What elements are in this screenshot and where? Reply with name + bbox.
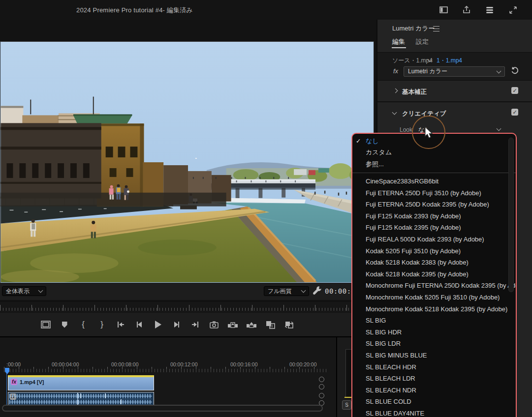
look-dropdown-menu: ✓ なし ✓ カスタム ✓ 参照... ✓ CineSpace2383sRGB6… [351,133,517,417]
look-menu-item[interactable]: ✓ SL BLUE COLD [352,396,516,408]
playhead-line [6,374,7,405]
video-frame-scene [0,42,374,282]
look-menu-item[interactable]: ✓ SL BIG LDR [352,338,516,350]
chevron-down-icon [38,288,43,293]
premiere-pro-window: 2024 Premiere Pro tutorial #4- 編集済み [0,0,532,417]
look-menu-item[interactable]: ✓ Kodak 5218 Kodak 2395 (by Adobe) [352,268,516,280]
source-label: ソース・1.mp4 [392,57,433,65]
monitor-control-bar: 全体表示 フル画質 00:00:0 [0,283,376,300]
look-menu-item[interactable]: ✓ 参照... [352,158,516,170]
section-enabled-checkbox[interactable]: ✓ [511,109,518,116]
comparison-view-button[interactable] [263,317,278,332]
playback-quality-dropdown[interactable]: フル画質 [264,286,309,296]
look-menu-item[interactable]: ✓ Fuji REALA 500D Kodak 2393 (by Adobe) [352,234,516,245]
look-menu-item[interactable]: ✓ Fuji F125 Kodak 2395 (by Adobe) [352,222,516,234]
look-menu-item[interactable]: ✓ Monochrome Fuji ETERNA 250D Kodak 2395… [352,280,516,292]
step-back-button[interactable] [132,317,147,332]
playback-quality-value: フル画質 [268,287,292,296]
look-label: Look [400,126,412,133]
workspace-icon[interactable] [438,4,449,16]
section-divider [377,101,532,102]
look-menu-item[interactable]: ✓ Fuji F125 Kodak 2393 (by Adobe) [352,210,516,222]
chevron-down-icon [392,110,397,115]
look-menu-item[interactable]: ✓ Monochrome Kodak 5205 Fuji 3510 (by Ad… [352,292,516,303]
chevron-down-icon [497,68,501,73]
safe-margins-button[interactable] [38,317,53,332]
look-menu-item[interactable]: ✓ Fuji ETERNA 250D Fuji 3510 (by Adobe) [352,187,516,199]
section-basic-correction[interactable]: 基本補正 ✓ [377,83,532,102]
video-preview [0,41,374,283]
clip-effect-strip: ソース・1.mp4 1・1.mp4 fx Lumetri カラー [377,52,532,81]
clip-fx-badge[interactable]: fx [11,379,17,385]
timeline-panel: :00:00 00:00:04:00 00:00:08:00 00:00:12:… [0,336,336,417]
monitor-scrubber-ruler[interactable] [0,301,376,312]
share-icon[interactable] [461,4,472,16]
tab-edit[interactable]: 編集 [392,37,405,46]
extract-button[interactable] [244,317,259,332]
video-track-toggle[interactable] [319,384,324,389]
look-menu-item[interactable]: ✓ カスタム [352,147,516,159]
timeline-horizontal-scrollbar[interactable] [2,405,323,412]
export-frame-button[interactable] [207,317,221,332]
video-clip-name: 1.mp4 [V] [20,379,44,385]
look-menu-item[interactable]: ✓ SL BIG MINUS BLUE [352,350,516,361]
step-forward-button[interactable] [169,317,184,332]
panel-menu-icon[interactable] [433,26,439,31]
look-menu-item[interactable]: ✓ SL BLUE DAY4NITE [352,408,516,417]
fx-icon: fx [393,67,398,75]
look-menu-item[interactable]: ✓ SL BLEACH LDR [352,373,516,385]
audio-waveform-right [9,400,152,404]
mark-in-button[interactable]: { [76,317,91,332]
menu-divider [352,173,516,173]
look-menu-item[interactable]: ✓ SL BLEACH NDR [352,384,516,396]
audio-track-toggle[interactable] [319,393,324,398]
major-ticks [0,305,376,311]
lift-button[interactable] [225,317,240,332]
ruler-minor-ticks [4,369,329,372]
look-menu-item[interactable]: ✓ Fuji ETERNA 250D Kodak 2395 (by Adobe) [352,199,516,210]
look-menu-item[interactable]: ✓ Monochrome Kodak 5218 Kodak 2395 (by A… [352,303,516,315]
section-enabled-checkbox[interactable]: ✓ [511,87,518,94]
video-track-toggle[interactable] [319,377,324,382]
look-menu-item[interactable]: ✓ SL BIG [352,315,516,327]
waveform-peak [80,393,81,398]
chevron-right-icon [393,89,398,93]
effect-name: Lumetri カラー [408,67,447,76]
check-icon: ✓ [356,137,362,145]
mark-out-button[interactable]: } [94,317,109,332]
effect-selector-dropdown[interactable]: Lumetri カラー [404,66,505,77]
look-menu-item[interactable]: ✓ SL BIG HDR [352,327,516,338]
look-menu-item[interactable]: ✓ Kodak 5218 Kodak 2383 (by Adobe) [352,257,516,268]
go-to-out-button[interactable] [188,317,203,332]
monitor-settings-wrench-icon[interactable] [312,286,322,298]
chevron-down-icon[interactable] [497,126,501,131]
reset-effect-icon[interactable] [510,66,519,77]
zoom-level-dropdown[interactable]: 全体表示 [2,286,46,296]
video-clip[interactable]: fx 1.mp4 [V] [8,375,154,390]
solo-button[interactable]: S [342,400,351,410]
waveform-peak [77,393,78,399]
section-creative[interactable]: クリエイティブ ✓ [377,104,532,124]
audio-clip[interactable]: fx [8,392,154,405]
play-button[interactable] [151,317,165,332]
quick-export-icon[interactable] [484,4,496,16]
fullscreen-icon[interactable] [507,4,519,16]
chevron-down-icon [301,288,306,293]
waveform-peak [77,399,78,405]
clip-name-link[interactable]: 1・1.mp4 [437,57,462,65]
look-menu-item[interactable]: ✓ CineSpace2383sRGB6bit [352,176,516,187]
cursor-pointer [424,127,433,141]
program-monitor: 全体表示 フル画質 00:00:0 { } [0,20,376,336]
go-to-in-button[interactable] [113,317,128,332]
zoom-level-value: 全体表示 [6,287,30,296]
menu-scrollbar[interactable] [508,138,514,292]
title-bar: 2024 Premiere Pro tutorial #4- 編集済み [0,0,532,20]
add-marker-button[interactable] [57,317,72,332]
tab-settings[interactable]: 設定 [416,37,429,46]
look-menu-item[interactable]: ✓ SL BLEACH HDR [352,361,516,373]
waveform-peak [105,393,106,398]
multi-view-toggle-button[interactable] [282,317,296,332]
panel-title: Lumetri カラー [392,24,435,33]
look-menu-item[interactable]: ✓ Kodak 5205 Fuji 3510 (by Adobe) [352,245,516,257]
timeline-playhead[interactable] [5,368,9,374]
